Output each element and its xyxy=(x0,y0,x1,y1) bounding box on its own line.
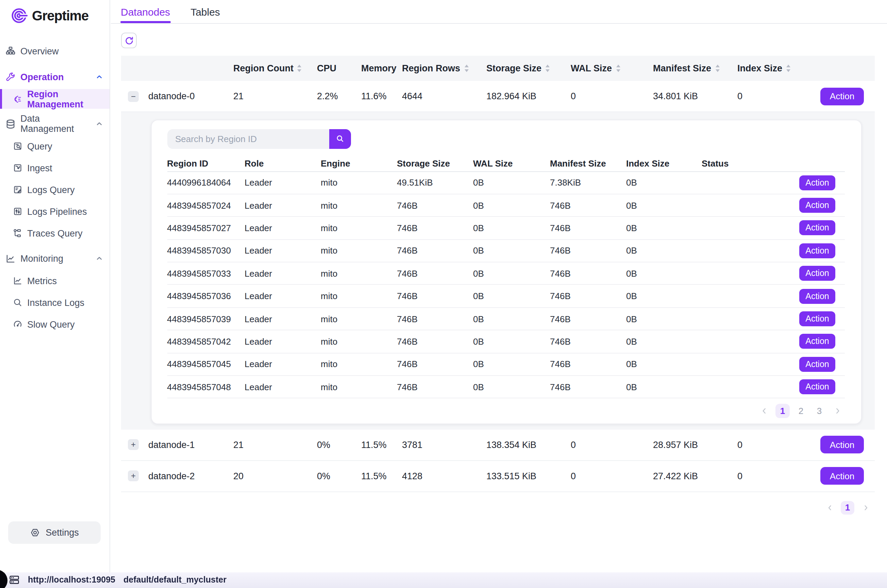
logs-query-icon xyxy=(13,185,23,194)
region-action-button[interactable]: Action xyxy=(799,266,835,281)
brand-logo: Greptime xyxy=(0,0,109,24)
region-action-button[interactable]: Action xyxy=(799,288,835,303)
sidebar-item-ingest[interactable]: Ingest xyxy=(0,158,109,178)
chevron-up-icon[interactable] xyxy=(95,254,103,262)
cell-index-size: 0B xyxy=(626,336,702,346)
sidebar-item-logs-pipelines[interactable]: Logs Pipelines xyxy=(0,201,109,222)
tab-tables[interactable]: Tables xyxy=(191,7,220,23)
status-bar: http://localhost:19095 default/default_m… xyxy=(0,572,887,588)
region-search-input[interactable] xyxy=(167,129,329,148)
region-action-button[interactable]: Action xyxy=(799,334,835,349)
sidebar-item-query[interactable]: Query xyxy=(0,136,109,156)
previous-page-icon[interactable] xyxy=(822,503,837,512)
gear-icon xyxy=(30,527,40,537)
datanodes-table-header: Region Count CPU Memory Region Rows Stor… xyxy=(121,56,875,81)
sidebar-item-overview[interactable]: Overview xyxy=(0,39,109,63)
datanode-action-button[interactable]: Action xyxy=(820,87,864,105)
cell-memory: 11.5% xyxy=(361,440,402,450)
cell-wal-size: 0B xyxy=(473,314,550,324)
region-action-button[interactable]: Action xyxy=(799,198,835,213)
cell-role: Leader xyxy=(245,336,321,346)
next-page-icon[interactable] xyxy=(858,503,873,512)
region-action-button[interactable]: Action xyxy=(799,175,835,190)
column-role: Role xyxy=(245,158,321,168)
collapse-row-button[interactable]: − xyxy=(128,91,139,102)
region-row: 4483945857030 Leader mito 746B 0B 746B 0… xyxy=(167,240,845,262)
cell-index-size: 0B xyxy=(626,314,702,324)
cell-storage-size: 746B xyxy=(397,359,473,369)
column-engine: Engine xyxy=(321,158,397,168)
region-action-button[interactable]: Action xyxy=(799,357,835,372)
sort-icon[interactable] xyxy=(715,65,719,72)
cell-region-id: 4483945857048 xyxy=(167,382,245,392)
column-index-size: Index Size xyxy=(737,63,782,74)
column-region-rows: Region Rows xyxy=(402,63,460,74)
sidebar-item-region-management[interactable]: Region Management xyxy=(0,89,109,109)
sidebar-label: Metrics xyxy=(27,276,57,286)
sort-icon[interactable] xyxy=(786,65,791,72)
sort-icon[interactable] xyxy=(298,65,302,72)
page-1[interactable]: 1 xyxy=(776,404,790,418)
greptime-logo-icon xyxy=(10,7,28,24)
sidebar-item-metrics[interactable]: Metrics xyxy=(0,270,109,291)
page-3[interactable]: 3 xyxy=(812,406,827,416)
cell-engine: mito xyxy=(321,177,397,188)
tab-datanodes[interactable]: Datanodes xyxy=(121,7,170,23)
connection-url[interactable]: http://localhost:19095 xyxy=(28,575,115,585)
cell-storage-size: 746B xyxy=(397,246,473,256)
cell-region-id: 4483945857024 xyxy=(167,200,245,210)
page-1[interactable]: 1 xyxy=(841,501,854,514)
sidebar-item-logs-query[interactable]: Logs Query xyxy=(0,180,109,200)
wrench-icon xyxy=(6,72,16,82)
sort-icon[interactable] xyxy=(464,65,468,72)
expand-row-button[interactable]: + xyxy=(128,470,139,481)
cell-memory: 11.5% xyxy=(361,471,402,481)
cell-region-id: 4483945857033 xyxy=(167,268,245,279)
search-button[interactable] xyxy=(329,129,351,148)
sort-icon[interactable] xyxy=(546,65,550,72)
refresh-button[interactable] xyxy=(121,33,137,48)
region-action-button[interactable]: Action xyxy=(799,379,835,394)
cell-manifest-size: 746B xyxy=(550,268,626,279)
corner-widget[interactable] xyxy=(0,569,8,588)
chevron-up-icon[interactable] xyxy=(95,73,103,81)
datanode-action-button[interactable]: Action xyxy=(820,467,864,484)
server-icon xyxy=(9,575,20,586)
previous-page-icon[interactable] xyxy=(757,407,771,416)
datanode-row: + datanode-2 20 0% 11.5% 4128 133.515 Ki… xyxy=(121,460,875,492)
sort-icon[interactable] xyxy=(616,65,620,72)
region-action-button[interactable]: Action xyxy=(799,243,835,258)
cell-region-id: 4483945857027 xyxy=(167,223,245,233)
datanodes-pagination: 1 xyxy=(121,501,875,514)
cell-region-rows: 4128 xyxy=(402,471,486,481)
cell-region-id: 4483945857030 xyxy=(167,246,245,256)
region-action-button[interactable]: Action xyxy=(799,220,835,236)
cell-region-rows: 4644 xyxy=(402,91,486,101)
sidebar-item-instance-logs[interactable]: Instance Logs xyxy=(0,292,109,313)
page-2[interactable]: 2 xyxy=(794,406,808,416)
cell-region-id: 4483945857045 xyxy=(167,359,245,369)
sidebar-item-slow-query[interactable]: Slow Query xyxy=(0,314,109,334)
brand-name: Greptime xyxy=(32,8,89,24)
sidebar-group-monitoring[interactable]: Monitoring xyxy=(0,247,109,270)
cell-manifest-size: 746B xyxy=(550,291,626,301)
cell-index-size: 0B xyxy=(626,291,702,301)
sidebar-label: Logs Query xyxy=(27,184,75,195)
sidebar-label: Ingest xyxy=(27,163,53,173)
next-page-icon[interactable] xyxy=(831,407,845,416)
cell-index-size: 0B xyxy=(626,223,702,233)
region-action-button[interactable]: Action xyxy=(799,311,835,326)
settings-button[interactable]: Settings xyxy=(8,521,101,543)
chevron-up-icon[interactable] xyxy=(95,120,103,128)
sidebar-group-data-management[interactable]: Data Management xyxy=(0,112,109,135)
expand-row-button[interactable]: + xyxy=(128,439,139,450)
main-area: Datanodes Tables Region Count CPU Memory… xyxy=(111,0,887,514)
cell-wal-size: 0 xyxy=(571,440,653,450)
cell-engine: mito xyxy=(321,223,397,233)
cluster-name[interactable]: default/default_mycluster xyxy=(123,575,227,585)
cell-index-size: 0B xyxy=(626,246,702,256)
sidebar-group-operation[interactable]: Operation xyxy=(0,65,109,88)
sidebar-item-traces-query[interactable]: Traces Query xyxy=(0,223,109,243)
datanode-action-button[interactable]: Action xyxy=(820,436,864,453)
cell-manifest-size: 27.422 KiB xyxy=(653,471,737,481)
